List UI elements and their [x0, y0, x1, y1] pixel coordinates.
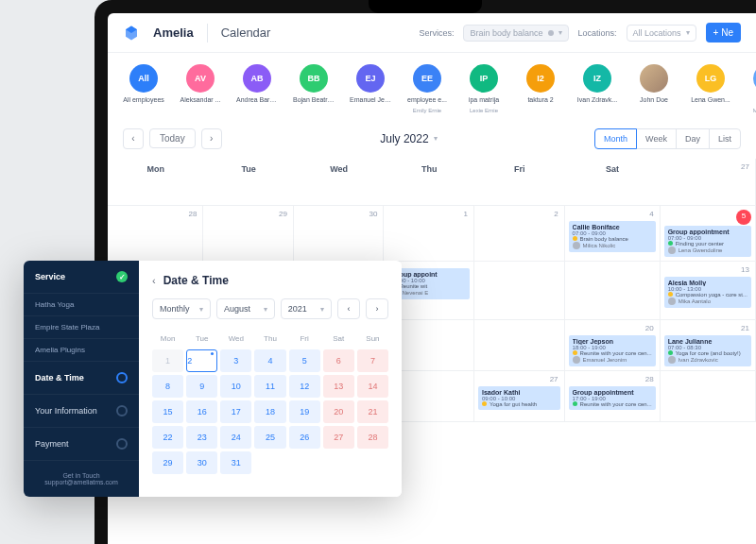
mini-day[interactable]: 30	[186, 451, 217, 474]
view-list[interactable]: List	[709, 128, 741, 149]
mini-day[interactable]: 23	[186, 426, 217, 449]
calendar-cell[interactable]: 28	[108, 206, 203, 262]
employee-avatar[interactable]: IPipa matrijaLexie Ernie	[463, 64, 505, 113]
mini-day[interactable]: 27	[323, 426, 354, 449]
mini-day[interactable]: 6	[323, 349, 354, 372]
avatar-icon: AV	[186, 64, 215, 93]
mini-day[interactable]: 8	[152, 375, 183, 398]
mini-next-button[interactable]: ›	[366, 298, 388, 319]
mini-day[interactable]: 1	[152, 349, 183, 372]
mini-day[interactable]: 7	[357, 349, 388, 372]
employee-avatar[interactable]: ABAndrea Barber	[236, 64, 278, 113]
calendar-cell[interactable]: 5Group appointment07:00 - 09:00Finding y…	[661, 206, 756, 262]
month-select[interactable]: August▾	[216, 298, 275, 319]
mini-day[interactable]: 15	[152, 400, 183, 423]
employee-strip: AllAll employeesAVAleksandar ...ABAndrea…	[108, 53, 756, 123]
calendar-cell[interactable]: 27Isador Kathi09:00 - 10:00Yoga for gut …	[474, 371, 565, 422]
employee-avatar[interactable]: EEemployee e...Emily Ernie	[406, 64, 448, 113]
mini-day[interactable]: 4	[254, 349, 285, 372]
mini-day[interactable]: 11	[254, 375, 285, 398]
prev-button[interactable]: ‹	[123, 128, 144, 149]
mini-day[interactable]: 5	[289, 349, 320, 372]
event-block[interactable]: Isador Kathi09:00 - 10:00Yoga for gut he…	[478, 386, 560, 410]
calendar-cell[interactable]	[661, 371, 756, 422]
event-block[interactable]: Tiger Jepson18:00 - 19:00Reunite with yo…	[569, 335, 656, 366]
step-datetime[interactable]: Date & Time	[24, 362, 139, 395]
employee-avatar[interactable]: EJEmanuel Jer...	[350, 64, 391, 113]
step-service[interactable]: Service ✓	[24, 261, 139, 294]
mini-day[interactable]: 17	[220, 400, 251, 423]
mini-day[interactable]: 22	[152, 426, 183, 449]
calendar-cell[interactable]: 30	[294, 206, 385, 262]
calendar-cell[interactable]: 20Tiger Jepson18:00 - 19:00Reunite with …	[565, 320, 661, 371]
employee-avatar[interactable]: M3maria 3Mike Sober	[747, 64, 756, 113]
employee-avatar[interactable]: IZIvan Zdravk...	[576, 64, 618, 113]
next-button[interactable]: ›	[201, 128, 222, 149]
mini-day[interactable]: 26	[289, 426, 320, 449]
event-block[interactable]: Group appointment07:00 - 09:00Finding yo…	[664, 226, 751, 257]
mini-day[interactable]: 3	[220, 349, 251, 372]
page-title: Calendar	[221, 26, 271, 40]
calendar-cell[interactable]	[474, 262, 565, 320]
event-block[interactable]: Group appointment17:00 - 19:00Reunite wi…	[569, 386, 656, 410]
mini-day[interactable]: 29	[152, 451, 183, 474]
employee-avatar[interactable]: I2taktura 2	[520, 64, 561, 113]
employee-avatar[interactable]: John Doe	[633, 64, 675, 113]
mini-day[interactable]: 14	[357, 375, 388, 398]
mini-day[interactable]: 12	[289, 375, 320, 398]
employee-avatar[interactable]: AllAll employees	[123, 64, 164, 113]
calendar-cell[interactable]: 21Lane Julianne07:00 - 08:30Yoga for cor…	[661, 320, 756, 371]
locations-label: Locations:	[578, 28, 617, 38]
avatar-icon: I2	[526, 64, 555, 93]
view-switcher: MonthWeekDayList	[595, 128, 741, 149]
mini-day[interactable]: 16	[186, 400, 217, 423]
step-payment[interactable]: Payment	[24, 428, 139, 461]
day-header: Tue	[203, 159, 294, 206]
employee-avatar[interactable]: AVAleksandar ...	[180, 64, 221, 113]
event-block[interactable]: Callie Boniface07:00 - 09:00Brain body b…	[569, 221, 656, 252]
month-label[interactable]: July 2022 ▾	[380, 132, 437, 145]
view-day[interactable]: Day	[676, 128, 710, 149]
mini-day[interactable]: 10	[220, 375, 251, 398]
employee-avatar[interactable]: BBBojan Beatrice	[293, 64, 335, 113]
mini-prev-button[interactable]: ‹	[337, 298, 360, 319]
check-icon: ✓	[116, 271, 128, 282]
event-block[interactable]: Lane Julianne07:00 - 08:30Yoga for core …	[664, 335, 751, 366]
view-month[interactable]: Month	[594, 128, 637, 149]
step-info[interactable]: Your Information	[24, 395, 139, 428]
mini-day[interactable]: 24	[220, 426, 251, 449]
calendar-cell[interactable]: 29	[203, 206, 294, 262]
calendar-cell[interactable]: 4Callie Boniface07:00 - 09:00Brain body …	[565, 206, 661, 262]
back-button[interactable]: ‹	[152, 275, 156, 286]
mini-day[interactable]: 18	[254, 400, 285, 423]
mini-day[interactable]: 21	[357, 400, 388, 423]
today-button[interactable]: Today	[149, 128, 196, 148]
locations-filter[interactable]: All Locations ▾	[627, 25, 696, 42]
mini-day[interactable]: 19	[289, 400, 320, 423]
mini-day[interactable]: 9	[186, 375, 217, 398]
mini-day-header: Sun	[357, 331, 388, 347]
employee-avatar[interactable]: LGLena Gwen...	[690, 64, 731, 113]
calendar-cell[interactable]	[474, 320, 565, 371]
mini-day[interactable]: 13	[323, 375, 354, 398]
event-block[interactable]: Alesia Molly10:00 - 13:00Compassion yoga…	[664, 277, 751, 308]
new-button[interactable]: + Ne	[706, 23, 741, 42]
mini-day[interactable]: 28	[357, 426, 388, 449]
mini-day[interactable]: 2	[186, 349, 217, 372]
calendar-cell[interactable]: 28Group appointment17:00 - 19:00Reunite …	[565, 371, 661, 422]
view-week[interactable]: Week	[636, 128, 677, 149]
calendar-cell[interactable]: 13Alesia Molly10:00 - 13:00Compassion yo…	[661, 262, 756, 320]
period-select[interactable]: Monthly▾	[152, 298, 211, 319]
calendar-cell[interactable]: 2	[474, 206, 565, 262]
mini-day[interactable]: 31	[220, 451, 251, 474]
popup-sidebar: Service ✓ Hatha Yoga Empire State Plaza …	[24, 261, 139, 497]
avatar-icon	[640, 64, 668, 93]
services-filter[interactable]: Brain body balance ▾	[463, 25, 568, 42]
year-select[interactable]: 2021▾	[281, 298, 332, 319]
calendar-cell[interactable]	[565, 262, 661, 320]
mini-day[interactable]: 20	[323, 400, 354, 423]
chevron-down-icon: ▾	[434, 134, 438, 143]
mini-day[interactable]: 25	[254, 426, 285, 449]
calendar-cell[interactable]: 27	[661, 159, 756, 206]
calendar-cell[interactable]: 1	[384, 206, 474, 262]
